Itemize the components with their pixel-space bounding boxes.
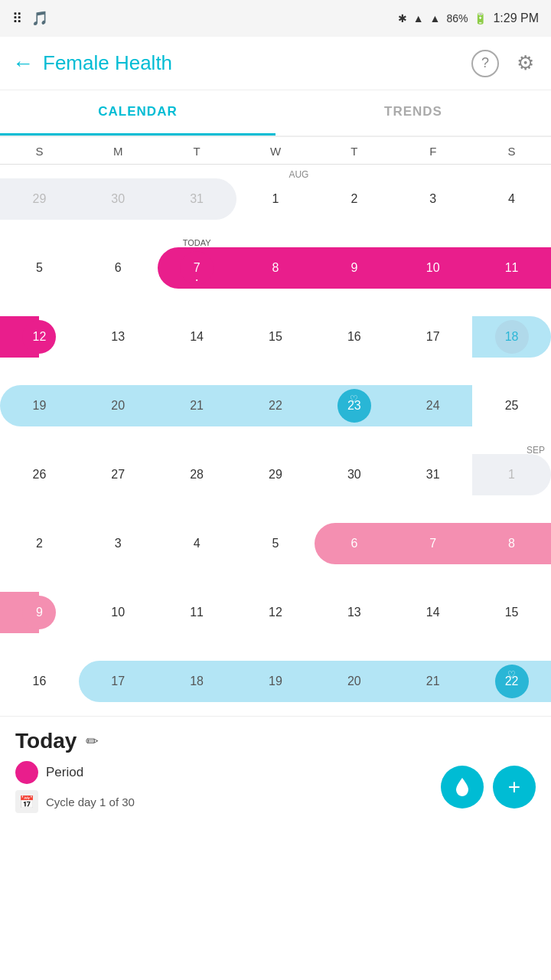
app-header: ← Female Health ? ⚙: [0, 37, 551, 90]
cal-cell-aug10[interactable]: 10: [393, 234, 472, 302]
music-icon: 🎵: [31, 10, 48, 27]
add-button[interactable]: +: [493, 766, 536, 808]
battery-percent: 86%: [446, 12, 468, 24]
aug-label: AUG: [289, 169, 308, 180]
bluetooth-icon: ✱: [398, 12, 407, 24]
cal-cell-aug8[interactable]: 8: [236, 234, 315, 302]
tab-bar: CALENDAR TRENDS: [0, 90, 551, 137]
dow-tue: T: [158, 137, 236, 164]
dow-sat: S: [472, 137, 551, 164]
cal-cell-aug24[interactable]: 24: [393, 371, 472, 440]
cal-cell-aug17[interactable]: 17: [393, 302, 472, 371]
cal-cell-jul29[interactable]: 29: [0, 165, 79, 234]
dow-thu: T: [315, 137, 393, 164]
battery-icon: 🔋: [474, 12, 487, 24]
bottom-left: Period 📅 Cycle day 1 of 30: [15, 761, 135, 813]
cal-cell-aug31[interactable]: 31: [393, 440, 472, 509]
help-button[interactable]: ?: [471, 50, 499, 77]
heart-icon-2: ♡: [507, 669, 516, 680]
cal-cell-aug18[interactable]: 18: [472, 302, 551, 371]
status-bar: ⠿ 🎵 ✱ ▲ ▲ 86% 🔋 1:29 PM: [0, 0, 551, 37]
cal-cell-aug23[interactable]: ♡ 23: [315, 371, 393, 440]
cal-cell-aug20[interactable]: 20: [79, 371, 158, 440]
app-title: Female Health: [43, 51, 471, 75]
cal-cell-aug27[interactable]: 27: [79, 440, 158, 509]
log-period-button[interactable]: [441, 766, 484, 808]
cal-cell-aug16[interactable]: 16: [315, 302, 393, 371]
cal-cell-aug1[interactable]: AUG 1: [236, 165, 315, 234]
wifi-icon: ▲: [413, 12, 424, 24]
cal-cell-sep10[interactable]: 10: [79, 578, 158, 647]
period-row: Period: [15, 761, 135, 784]
dow-wed: W: [236, 137, 315, 164]
cal-cell-sep19[interactable]: 19: [236, 647, 315, 716]
cal-cell-sep7[interactable]: 7: [393, 509, 472, 578]
cal-cell-aug30[interactable]: 30: [315, 440, 393, 509]
cal-cell-sep15[interactable]: 15: [472, 578, 551, 647]
cal-cell-jul31[interactable]: 31: [158, 165, 236, 234]
cal-cell-aug3[interactable]: 3: [393, 165, 472, 234]
signal-icon: ▲: [430, 12, 441, 24]
calendar-view: S M T W T F S 29 30 31 AUG 1 2 3 4: [0, 137, 551, 716]
cal-cell-sep1[interactable]: SEP 1: [472, 440, 551, 509]
cal-cell-sep6[interactable]: 6: [315, 509, 393, 578]
dow-fri: F: [393, 137, 472, 164]
cal-cell-aug5[interactable]: 5: [0, 234, 79, 302]
heart-icon: ♡: [350, 394, 358, 404]
today-label: TODAY: [158, 238, 236, 247]
cal-cell-aug13[interactable]: 13: [79, 302, 158, 371]
cal-cell-aug12[interactable]: 12: [0, 302, 79, 371]
cal-cell-sep22[interactable]: ♡ 22: [472, 647, 551, 716]
cal-cell-aug15[interactable]: 15: [236, 302, 315, 371]
grid-icon: ⠿: [12, 10, 22, 27]
cal-cell-aug22[interactable]: 22: [236, 371, 315, 440]
calendar-week-8: 16 17 18 19 20 21 ♡ 22: [0, 647, 551, 716]
calendar-week-5: 26 27 28 29 30 31 SEP 1: [0, 440, 551, 509]
tab-calendar[interactable]: CALENDAR: [0, 90, 276, 136]
day-of-week-header: S M T W T F S: [0, 137, 551, 165]
cal-cell-sep14[interactable]: 14: [393, 578, 472, 647]
edit-icon[interactable]: ✏: [86, 732, 99, 750]
cal-cell-sep9[interactable]: 9: [0, 578, 79, 647]
cal-cell-aug26[interactable]: 26: [0, 440, 79, 509]
cal-cell-aug4[interactable]: 4: [472, 165, 551, 234]
cal-cell-sep12[interactable]: 12: [236, 578, 315, 647]
cal-cell-sep11[interactable]: 11: [158, 578, 236, 647]
today-row: Today ✏: [15, 729, 536, 753]
cal-cell-sep17[interactable]: 17: [79, 647, 158, 716]
cal-cell-sep18[interactable]: 18: [158, 647, 236, 716]
cal-cell-aug14[interactable]: 14: [158, 302, 236, 371]
cal-cell-aug19[interactable]: 19: [0, 371, 79, 440]
header-actions: ? ⚙: [471, 50, 539, 77]
cal-cell-sep16[interactable]: 16: [0, 647, 79, 716]
today-text: Today: [15, 729, 77, 753]
cal-cell-jul30[interactable]: 30: [79, 165, 158, 234]
cal-cell-aug25[interactable]: 25: [472, 371, 551, 440]
settings-button[interactable]: ⚙: [511, 50, 539, 77]
tab-trends[interactable]: TRENDS: [276, 90, 551, 136]
cal-cell-aug7-today[interactable]: TODAY 7: [158, 234, 236, 302]
cal-cell-aug11[interactable]: 11: [472, 234, 551, 302]
cal-cell-sep20[interactable]: 20: [315, 647, 393, 716]
status-left-icons: ⠿ 🎵: [12, 10, 48, 27]
cal-cell-aug21[interactable]: 21: [158, 371, 236, 440]
period-label: Period: [46, 765, 83, 780]
dow-mon: M: [79, 137, 158, 164]
cal-cell-sep2[interactable]: 2: [0, 509, 79, 578]
cycle-calendar-icon: 📅: [15, 790, 38, 813]
cal-cell-aug29[interactable]: 29: [236, 440, 315, 509]
cal-cell-sep3[interactable]: 3: [79, 509, 158, 578]
bottom-bar: Today ✏ Period 📅 Cycle day 1 of 30 +: [0, 716, 551, 822]
cal-cell-aug9[interactable]: 9: [315, 234, 393, 302]
cal-cell-sep8[interactable]: 8: [472, 509, 551, 578]
cal-cell-aug28[interactable]: 28: [158, 440, 236, 509]
back-button[interactable]: ←: [12, 51, 34, 76]
calendar-week-4: 19 20 21 22 ♡ 23 24 25: [0, 371, 551, 440]
cal-cell-aug2[interactable]: 2: [315, 165, 393, 234]
cal-cell-sep4[interactable]: 4: [158, 509, 236, 578]
cal-cell-aug6[interactable]: 6: [79, 234, 158, 302]
cal-cell-sep5[interactable]: 5: [236, 509, 315, 578]
cal-cell-sep21[interactable]: 21: [393, 647, 472, 716]
cal-cell-sep13[interactable]: 13: [315, 578, 393, 647]
dow-sun: S: [0, 137, 79, 164]
